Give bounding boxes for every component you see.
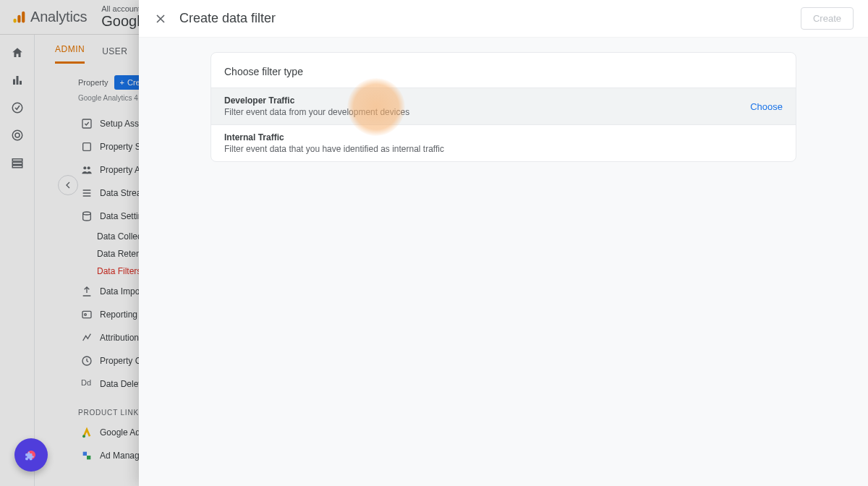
svg-rect-2 [22,11,25,22]
analytics-logo-icon [12,10,26,25]
target-icon[interactable] [11,129,24,142]
svg-point-15 [88,166,90,169]
svg-rect-0 [14,18,17,22]
create-filter-panel: Create data filter Create Choose filter … [139,0,868,486]
svg-point-16 [83,212,91,215]
database-icon [81,210,93,222]
breadcrumb-prefix: All accounts [101,4,144,13]
svg-point-7 [12,130,22,140]
close-icon[interactable] [153,12,168,26]
reports-icon[interactable] [11,74,24,87]
svg-rect-22 [87,456,90,459]
streams-icon [81,187,93,199]
svg-rect-11 [12,166,22,168]
svg-point-8 [15,133,20,137]
panel-body: Choose filter type Developer Traffic Fil… [139,38,868,486]
svg-rect-5 [20,81,22,85]
filter-row-developer[interactable]: Developer Traffic Filter event data from… [211,88,796,125]
svg-point-20 [82,435,85,438]
panel-title: Create data filter [179,11,276,26]
svg-rect-12 [82,119,91,128]
filter-desc: Filter event data that you have identifi… [224,144,444,154]
panel-header: Create data filter Create [139,0,868,38]
svg-rect-21 [83,452,87,456]
tab-user[interactable]: USER [102,46,127,64]
filter-title: Developer Traffic [224,95,409,106]
svg-rect-1 [17,14,20,22]
filter-desc: Filter event data from your development … [224,107,409,117]
back-button[interactable] [58,175,78,195]
id-icon [81,309,93,320]
upload-icon [81,286,93,297]
svg-point-18 [85,314,87,316]
svg-point-14 [83,166,86,169]
google-ads-icon [81,427,93,438]
home-icon[interactable] [11,46,24,59]
settings-outline-icon [81,141,93,153]
people-icon [81,164,93,176]
card-title: Choose filter type [211,66,796,88]
plus-icon: + [120,78,124,87]
svg-rect-13 [83,143,91,151]
dd-icon: Dd [81,378,93,390]
filter-row-internal[interactable]: Internal Traffic Filter event data that … [211,125,796,161]
create-button[interactable]: Create [801,7,854,30]
svg-rect-9 [12,159,22,161]
choose-label[interactable]: Choose [750,101,783,112]
filter-type-card: Choose filter type Developer Traffic Fil… [210,52,796,162]
attribution-icon [81,332,93,344]
filter-list: Developer Traffic Filter event data from… [211,88,796,161]
extension-icon [25,451,35,461]
left-rail [0,35,35,486]
library-icon[interactable] [11,156,24,169]
property-label: Property [78,78,109,87]
svg-rect-4 [16,76,18,85]
admin-tabs: ADMIN USER [35,35,148,64]
fab-record[interactable] [14,438,48,472]
logo[interactable]: Analytics [12,9,87,25]
arrow-left-icon [62,179,74,191]
ad-manager-icon [81,450,93,461]
history-icon [81,355,93,367]
brand-text: Analytics [30,9,87,25]
check-box-icon [81,118,93,129]
filter-title: Internal Traffic [224,132,444,142]
svg-rect-10 [12,162,22,164]
tab-admin[interactable]: ADMIN [55,44,85,64]
explore-icon[interactable] [11,101,24,114]
svg-rect-3 [13,80,15,85]
